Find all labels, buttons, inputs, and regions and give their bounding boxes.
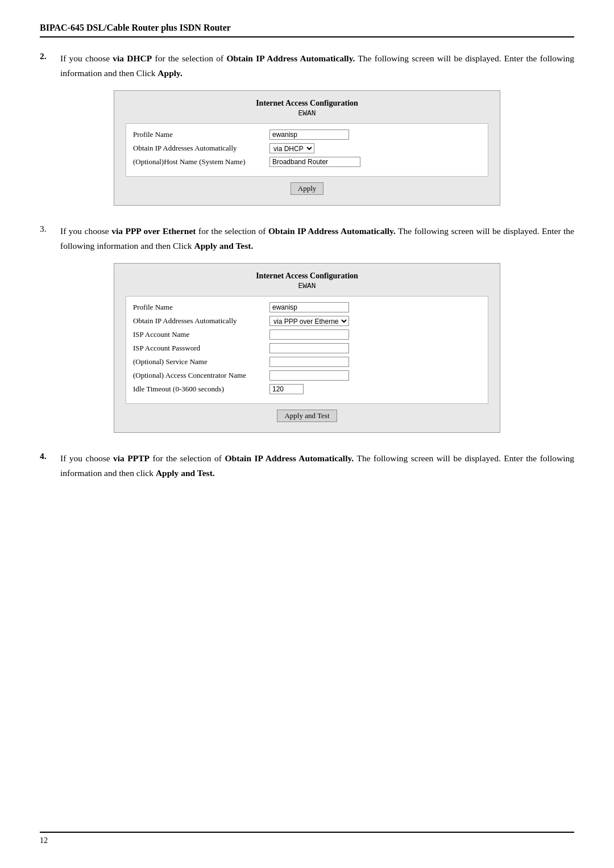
config-value-idle-timeout <box>269 384 481 394</box>
config-value-profile-2 <box>269 302 481 312</box>
config-label-obtain-2: Obtain IP Addresses Automatically <box>133 316 269 326</box>
header-title: BIPAC-645 DSL/Cable Router plus ISDN Rou… <box>40 23 231 32</box>
config-row-obtain-2: Obtain IP Addresses Automatically via PP… <box>133 316 481 326</box>
section-4-bold1: via PPTP <box>113 453 150 463</box>
config-label-service-name: (Optional) Service Name <box>133 357 269 366</box>
config-row-ac-name: (Optional) Access Concentrator Name <box>133 370 481 381</box>
config-label-idle-timeout: Idle Timeout (0-3600 seconds) <box>133 385 269 394</box>
section-3-para: 3. If you choose via PPP over Ethernet f… <box>40 224 574 253</box>
input-hostname-1[interactable] <box>269 157 360 167</box>
config-value-obtain-1: via DHCP <box>269 143 481 153</box>
page-header: BIPAC-645 DSL/Cable Router plus ISDN Rou… <box>40 23 574 37</box>
section-2: 2. If you choose via DHCP for the select… <box>40 51 574 206</box>
config-label-ac-name: (Optional) Access Concentrator Name <box>133 371 269 380</box>
config-box-2-title: Internet Access Configuration <box>126 272 488 281</box>
config-label-isp-account: ISP Account Name <box>133 330 269 339</box>
section-3: 3. If you choose via PPP over Ethernet f… <box>40 224 574 433</box>
config-row-isp-account: ISP Account Name <box>133 329 481 340</box>
section-4-content: If you choose via PPTP for the selection… <box>60 451 574 480</box>
config-button-row-1: Apply <box>126 182 488 195</box>
config-row-service-name: (Optional) Service Name <box>133 357 481 367</box>
section-2-bold2: Obtain IP Address Automatically. <box>226 53 355 63</box>
config-table-1: Profile Name Obtain IP Addresses Automat… <box>126 123 488 177</box>
apply-test-button-2[interactable]: Apply and Test <box>277 410 337 422</box>
config-row-isp-password: ISP Account Password <box>133 343 481 353</box>
section-4-para: 4. If you choose via PPTP for the select… <box>40 451 574 480</box>
section-3-bold2: Obtain IP Address Automatically. <box>268 226 396 236</box>
config-box-2-subtitle: EWAN <box>126 282 488 290</box>
page-footer: 12 <box>40 832 574 845</box>
config-value-profile-1 <box>269 130 481 140</box>
config-box-2: Internet Access Configuration EWAN Profi… <box>114 263 500 433</box>
page-number: 12 <box>40 836 48 845</box>
section-2-bold1: via DHCP <box>113 53 152 63</box>
section-3-bold3: Apply and Test. <box>194 241 253 251</box>
config-label-obtain-1: Obtain IP Addresses Automatically <box>133 144 269 153</box>
input-ac-name[interactable] <box>269 370 349 381</box>
select-obtain-2[interactable]: via PPP over Ethernet <box>269 316 349 326</box>
config-button-row-2: Apply and Test <box>126 410 488 422</box>
section-4: 4. If you choose via PPTP for the select… <box>40 451 574 490</box>
config-label-profile-2: Profile Name <box>133 303 269 312</box>
apply-button-1[interactable]: Apply <box>291 182 324 195</box>
config-value-service-name <box>269 357 481 367</box>
section-3-bold1: via PPP over Ethernet <box>111 226 196 236</box>
config-box-1: Internet Access Configuration EWAN Profi… <box>114 90 500 206</box>
input-profile-name-2[interactable] <box>269 302 349 312</box>
config-row-idle-timeout: Idle Timeout (0-3600 seconds) <box>133 384 481 394</box>
config-box-1-title: Internet Access Configuration <box>126 99 488 108</box>
section-3-content: If you choose via PPP over Ethernet for … <box>60 224 574 253</box>
config-value-isp-password <box>269 343 481 353</box>
section-2-para: 2. If you choose via DHCP for the select… <box>40 51 574 80</box>
config-box-1-subtitle: EWAN <box>126 109 488 118</box>
input-service-name[interactable] <box>269 357 349 367</box>
section-4-bold3: Apply and Test. <box>156 468 215 478</box>
input-idle-timeout[interactable] <box>269 384 304 394</box>
input-isp-password[interactable] <box>269 343 349 353</box>
section-4-bold2: Obtain IP Address Automatically. <box>225 453 354 463</box>
section-2-content: If you choose via DHCP for the selection… <box>60 51 574 80</box>
config-label-hostname-1: (Optional)Host Name (System Name) <box>133 157 269 166</box>
config-label-profile-1: Profile Name <box>133 130 269 139</box>
section-2-bold3: Apply. <box>157 68 182 78</box>
config-value-hostname-1 <box>269 157 481 167</box>
section-2-number: 2. <box>40 51 53 80</box>
config-row-profile-2: Profile Name <box>133 302 481 312</box>
input-profile-name-1[interactable] <box>269 130 349 140</box>
config-value-ac-name <box>269 370 481 381</box>
config-row-hostname-1: (Optional)Host Name (System Name) <box>133 157 481 167</box>
input-isp-account[interactable] <box>269 329 349 340</box>
config-value-isp-account <box>269 329 481 340</box>
page-wrapper: BIPAC-645 DSL/Cable Router plus ISDN Rou… <box>0 0 614 868</box>
config-label-isp-password: ISP Account Password <box>133 344 269 353</box>
select-obtain-1[interactable]: via DHCP <box>269 143 314 153</box>
section-4-number: 4. <box>40 451 53 480</box>
section-3-number: 3. <box>40 224 53 253</box>
config-row-profile-1: Profile Name <box>133 130 481 140</box>
config-table-2: Profile Name Obtain IP Addresses Automat… <box>126 296 488 404</box>
config-value-obtain-2: via PPP over Ethernet <box>269 316 481 326</box>
config-row-obtain-1: Obtain IP Addresses Automatically via DH… <box>133 143 481 153</box>
